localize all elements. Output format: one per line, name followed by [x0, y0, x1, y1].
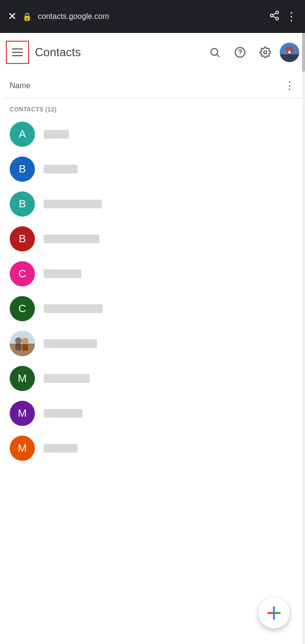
contact-name — [44, 235, 99, 243]
contact-item[interactable]: C — [0, 291, 305, 326]
help-button[interactable] — [229, 42, 251, 63]
svg-line-4 — [273, 13, 276, 15]
contact-name — [44, 130, 69, 139]
contact-name — [44, 165, 78, 173]
contact-avatar: B — [10, 191, 35, 217]
url-bar[interactable]: contacts.google.com — [38, 12, 263, 21]
contact-avatar-photo — [10, 331, 35, 356]
contact-avatar: C — [10, 296, 35, 321]
contact-avatar: M — [10, 366, 35, 391]
contacts-area: Name ⋮ CONTACTS (12) A B B B C — [0, 72, 305, 466]
hamburger-line — [12, 55, 23, 56]
svg-text:▲: ▲ — [287, 48, 292, 55]
svg-point-5 — [211, 48, 218, 55]
settings-button[interactable] — [255, 42, 276, 63]
contact-avatar: C — [10, 261, 35, 286]
scrollbar-track[interactable] — [302, 33, 305, 644]
contact-name — [44, 409, 82, 418]
page-title: Contacts — [33, 46, 200, 59]
contact-item[interactable]: B — [0, 187, 305, 221]
hamburger-line — [12, 48, 23, 49]
hamburger-line — [12, 52, 23, 53]
browser-bar: ✕ 🔒 contacts.google.com ⋮ — [0, 0, 305, 33]
contact-item[interactable]: M — [0, 431, 305, 466]
contact-avatar: B — [10, 226, 35, 251]
contact-item[interactable]: A — [0, 117, 305, 152]
sort-bar: Name ⋮ — [0, 72, 305, 98]
add-contact-fab[interactable] — [258, 597, 289, 628]
contact-avatar: A — [10, 122, 35, 147]
svg-rect-18 — [10, 344, 35, 356]
contact-item[interactable]: M — [0, 361, 305, 396]
share-icon[interactable] — [269, 10, 280, 23]
contact-avatar: M — [10, 401, 35, 426]
contact-name — [44, 374, 90, 383]
contact-name — [44, 269, 81, 278]
contact-name — [44, 339, 97, 348]
lock-icon: 🔒 — [22, 12, 32, 21]
svg-rect-20 — [16, 344, 21, 350]
contact-avatar: B — [10, 157, 35, 182]
browser-menu-icon[interactable]: ⋮ — [286, 10, 297, 23]
sort-more-button[interactable]: ⋮ — [284, 79, 295, 92]
contact-name — [44, 444, 78, 453]
app-header: Contacts — [0, 33, 305, 72]
contact-avatar: M — [10, 436, 35, 461]
search-button[interactable] — [204, 42, 225, 63]
svg-line-6 — [217, 55, 219, 57]
account-avatar[interactable]: ▲ — [280, 43, 299, 62]
contact-item[interactable]: M — [0, 396, 305, 431]
contact-item[interactable]: B — [0, 221, 305, 256]
contact-item[interactable] — [0, 326, 305, 361]
contact-name — [44, 200, 102, 208]
svg-rect-22 — [22, 344, 28, 351]
sort-label: Name — [10, 81, 31, 90]
hamburger-button[interactable] — [6, 41, 29, 64]
contacts-section-label: CONTACTS (12) — [0, 98, 305, 117]
svg-rect-14 — [280, 54, 299, 62]
contact-name — [44, 304, 103, 313]
svg-point-19 — [15, 337, 22, 344]
svg-point-9 — [264, 51, 267, 54]
svg-line-3 — [273, 16, 276, 18]
scrollbar-thumb[interactable] — [302, 33, 305, 72]
browser-close-button[interactable]: ✕ — [8, 10, 16, 23]
contact-item[interactable]: B — [0, 152, 305, 187]
contact-item[interactable]: C — [0, 256, 305, 291]
svg-point-21 — [22, 338, 29, 345]
